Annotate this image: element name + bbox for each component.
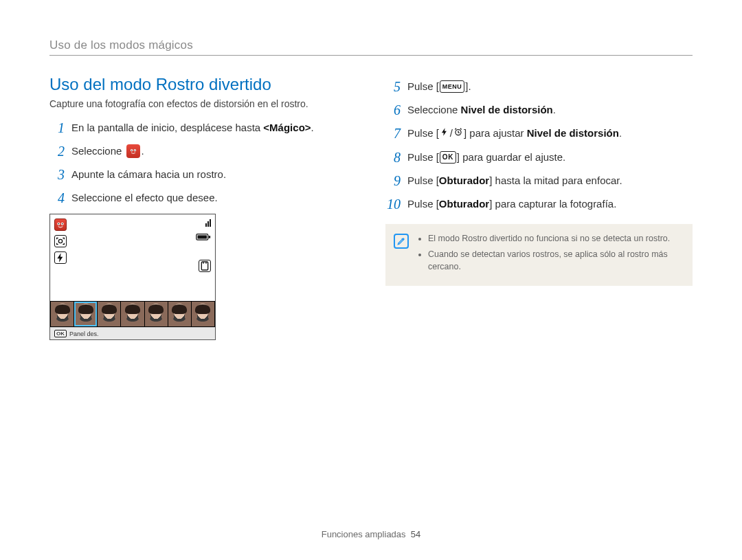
- step-number: 5: [385, 79, 401, 94]
- effect-thumb: [145, 302, 168, 326]
- step-number: 10: [385, 197, 401, 212]
- svg-point-8: [58, 239, 62, 243]
- ok-label-icon: OK: [54, 330, 67, 337]
- step-text: Pulse [/] para ajustar Nivel de distorsi…: [407, 126, 693, 142]
- step-item: 6Seleccione Nivel de distorsión.: [385, 102, 693, 117]
- chapter-title: Uso de los modos mágicos: [49, 38, 693, 52]
- step-text: En la pantalla de inicio, desplácese has…: [71, 120, 357, 135]
- battery-icon: [196, 231, 211, 243]
- step-text: Pulse [Obturador] para capturar la fotog…: [407, 197, 693, 212]
- step-item: 4Seleccione el efecto que desee.: [49, 190, 357, 205]
- step-item: 5Pulse [MENU].: [385, 79, 693, 94]
- effect-thumb: [168, 302, 191, 326]
- footer-section-label: Funciones ampliadas: [322, 529, 406, 539]
- step-text: Pulse [MENU].: [407, 79, 693, 94]
- steps-right: 5Pulse [MENU].6Seleccione Nivel de disto…: [385, 79, 693, 212]
- effect-thumb: [98, 302, 120, 326]
- step-text: Seleccione .: [71, 144, 357, 159]
- footer-page-number: 54: [411, 529, 420, 539]
- step-number: 8: [385, 150, 401, 165]
- funny-face-mode-icon: [54, 219, 67, 231]
- camera-footer: OK Panel des.: [50, 327, 215, 339]
- section-title: Uso del modo Rostro divertido: [49, 75, 357, 94]
- step-item: 1En la pantalla de inicio, desplácese ha…: [49, 120, 357, 135]
- step-text: Pulse [Obturador] hasta la mitad para en…: [407, 173, 693, 188]
- step-text: Seleccione el efecto que desee.: [71, 190, 357, 205]
- page-footer: Funciones ampliadas 54: [0, 529, 742, 539]
- note-item: Cuando se detectan varios rostros, se ap…: [428, 248, 683, 274]
- svg-rect-11: [209, 236, 211, 238]
- svg-point-2: [131, 150, 132, 150]
- funny-face-icon: [126, 144, 140, 158]
- effect-thumb: [121, 302, 144, 326]
- note-item: El modo Rostro divertido no funciona si …: [428, 232, 683, 245]
- content-columns: Uso del modo Rostro divertido Capture un…: [49, 75, 693, 340]
- intro-text: Capture una fotografía con efectos de di…: [49, 98, 357, 109]
- note-list: El modo Rostro divertido no funciona si …: [417, 232, 683, 276]
- flash-mode-icon: [54, 251, 67, 264]
- step-number: 6: [385, 102, 401, 117]
- svg-rect-12: [201, 262, 207, 270]
- note-box: El modo Rostro divertido no funciona si …: [385, 224, 693, 286]
- effect-thumb: [74, 302, 97, 326]
- ok-button-icon: OK: [440, 151, 456, 164]
- steps-left: 1En la pantalla de inicio, desplácese ha…: [49, 120, 357, 205]
- step-item: 7Pulse [/] para ajustar Nivel de distors…: [385, 126, 693, 142]
- step-text: Pulse [OK] para guardar el ajuste.: [407, 150, 693, 165]
- step-item: 2Seleccione .: [49, 144, 357, 159]
- flash-icon: [440, 126, 449, 141]
- note-icon: [394, 234, 409, 249]
- timer-icon: [453, 126, 463, 141]
- divider: [49, 55, 693, 56]
- step-number: 7: [385, 126, 401, 141]
- step-text: Apunte la cámara hacia un rostro.: [71, 167, 357, 182]
- step-number: 9: [385, 173, 401, 188]
- camera-footer-label: Panel des.: [69, 331, 99, 337]
- effect-thumb: [192, 302, 214, 326]
- svg-point-6: [58, 223, 60, 225]
- svg-point-3: [134, 150, 135, 150]
- svg-point-7: [62, 223, 63, 225]
- effect-thumbnails: [50, 301, 215, 327]
- step-number: 1: [49, 120, 65, 135]
- effect-thumb: [51, 302, 74, 326]
- left-column: Uso del modo Rostro divertido Capture un…: [49, 75, 357, 340]
- step-item: 3Apunte la cámara hacia un rostro.: [49, 167, 357, 182]
- signal-bars-icon: [205, 219, 211, 227]
- step-item: 8Pulse [OK] para guardar el ajuste.: [385, 150, 693, 165]
- focus-mode-icon: [54, 235, 67, 247]
- step-number: 2: [49, 144, 65, 159]
- right-column: 5Pulse [MENU].6Seleccione Nivel de disto…: [385, 75, 693, 340]
- camera-screenshot: OK Panel des.: [49, 214, 216, 340]
- step-number: 3: [49, 167, 65, 182]
- step-item: 9Pulse [Obturador] hasta la mitad para e…: [385, 173, 693, 188]
- storage-icon: [199, 260, 211, 272]
- menu-button-icon: MENU: [440, 80, 465, 93]
- step-text: Seleccione Nivel de distorsión.: [407, 102, 693, 117]
- svg-rect-10: [198, 235, 207, 238]
- step-number: 4: [49, 190, 65, 205]
- step-item: 10Pulse [Obturador] para capturar la fot…: [385, 197, 693, 212]
